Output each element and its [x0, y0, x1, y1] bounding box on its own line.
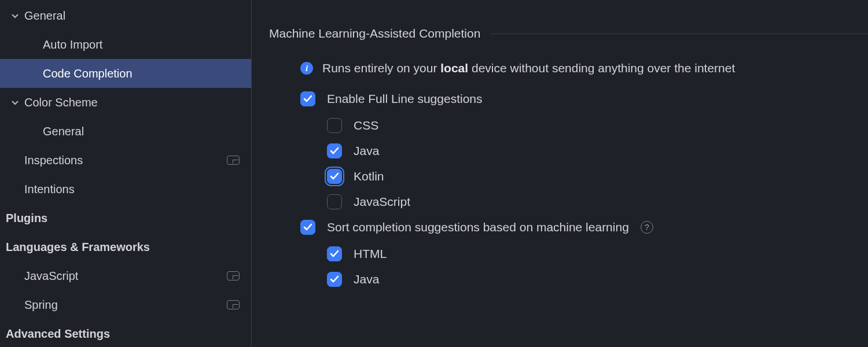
checkbox-enable-fullline[interactable] [300, 91, 315, 106]
tree-item-javascript[interactable]: JavaScript [0, 261, 251, 290]
tree-item-label: Color Scheme [24, 96, 240, 109]
option-label: CSS [354, 119, 378, 132]
tree-item-intentions[interactable]: Intentions [0, 175, 251, 204]
info-text: Runs entirely on your local device witho… [322, 61, 735, 75]
settings-panel: Machine Learning-Assisted Completion i R… [252, 0, 868, 347]
checkbox-fullline-kotlin[interactable] [327, 169, 342, 184]
tree-item-label: Intentions [24, 183, 240, 196]
checkbox-fullline-java[interactable] [327, 143, 342, 158]
divider [491, 34, 868, 34]
option-fullline-java[interactable]: Java [269, 143, 868, 158]
checkbox-fullline-javascript[interactable] [327, 194, 342, 209]
option-sortml-html[interactable]: HTML [269, 246, 868, 261]
tree-item-label: JavaScript [24, 270, 227, 283]
info-text-bold: local [440, 61, 468, 75]
tree-item-label: General [43, 125, 240, 138]
tree-item-color-scheme[interactable]: Color Scheme [0, 88, 251, 117]
info-text-prefix: Runs entirely on your [322, 61, 440, 75]
help-icon[interactable]: ? [641, 221, 653, 234]
tree-item-inspections[interactable]: Inspections [0, 146, 251, 175]
settings-tree: GeneralAuto ImportCode CompletionColor S… [0, 0, 252, 347]
tree-item-general[interactable]: General [0, 117, 251, 146]
scheme-badge-icon [227, 156, 240, 165]
tree-item-languages-frameworks[interactable]: Languages & Frameworks [0, 232, 251, 261]
checkbox-sortml-html[interactable] [327, 246, 342, 261]
chevron-down-icon[interactable] [6, 11, 24, 20]
option-fullline-javascript[interactable]: JavaScript [269, 194, 868, 209]
checkbox-sort-ml[interactable] [300, 220, 315, 235]
scheme-badge-icon [227, 271, 240, 280]
scheme-badge-icon [227, 300, 240, 309]
option-label: HTML [354, 247, 387, 261]
option-sort-ml[interactable]: Sort completion suggestions based on mac… [269, 220, 868, 235]
tree-item-auto-import[interactable]: Auto Import [0, 30, 251, 59]
option-label: Kotlin [354, 169, 384, 183]
option-label: JavaScript [354, 195, 410, 209]
option-sortml-java[interactable]: Java [269, 272, 868, 287]
tree-item-label: Auto Import [43, 38, 240, 51]
checkbox-sortml-java[interactable] [327, 272, 342, 287]
tree-item-advanced-settings[interactable]: Advanced Settings [0, 319, 251, 347]
option-enable-fullline[interactable]: Enable Full Line suggestions [269, 91, 868, 106]
tree-item-label: General [24, 9, 240, 23]
tree-item-label: Spring [24, 298, 227, 312]
tree-item-label: Plugins [6, 212, 240, 225]
tree-item-spring[interactable]: Spring [0, 290, 251, 319]
info-icon: i [300, 62, 313, 75]
tree-item-code-completion[interactable]: Code Completion [0, 59, 251, 88]
option-label: Java [354, 144, 379, 158]
tree-item-general[interactable]: General [0, 1, 251, 30]
tree-item-label: Advanced Settings [6, 327, 240, 341]
chevron-down-icon[interactable] [6, 98, 24, 107]
info-text-suffix: device without sending anything over the… [468, 61, 735, 75]
info-row: i Runs entirely on your local device wit… [269, 61, 868, 75]
tree-item-label: Languages & Frameworks [6, 241, 240, 254]
option-fullline-css[interactable]: CSS [269, 118, 868, 133]
option-label: Java [354, 272, 379, 286]
option-label: Sort completion suggestions based on mac… [327, 220, 629, 234]
tree-item-label: Code Completion [43, 67, 240, 80]
section-header: Machine Learning-Assisted Completion [269, 27, 868, 40]
tree-item-plugins[interactable]: Plugins [0, 204, 251, 232]
tree-item-label: Inspections [24, 154, 227, 167]
section-title: Machine Learning-Assisted Completion [269, 27, 480, 40]
option-label: Enable Full Line suggestions [327, 92, 483, 106]
checkbox-fullline-css[interactable] [327, 118, 342, 133]
option-fullline-kotlin[interactable]: Kotlin [269, 169, 868, 184]
